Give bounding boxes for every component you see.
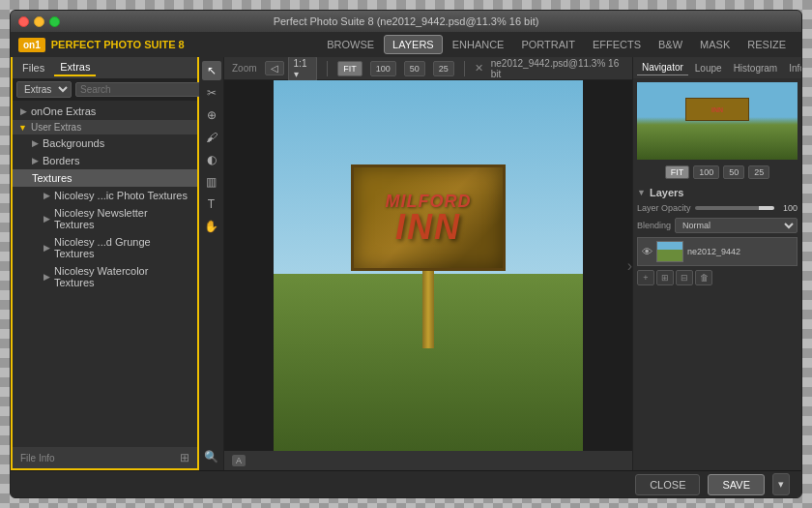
mask-tool[interactable]: ◐	[202, 150, 221, 169]
bottom-bar: CLOSE SAVE ▾	[11, 470, 801, 497]
tree-item-label: User Extras	[31, 122, 81, 133]
title-bar: Perfect Photo Suite 8 (ne2012_9442.psd@1…	[11, 11, 801, 32]
opacity-value: 100	[778, 203, 798, 213]
tab-layers[interactable]: LAYERS	[384, 35, 443, 54]
crop-tool[interactable]: ✂	[202, 83, 221, 103]
tree-item-watercolor-textures[interactable]: ▶ Nicolesy Watercolor Textures	[13, 262, 197, 291]
opacity-slider[interactable]	[695, 206, 774, 210]
gradient-tool[interactable]: ▥	[202, 172, 221, 192]
blending-label: Blending	[637, 221, 671, 230]
grid-icon[interactable]: ⊞	[180, 451, 189, 464]
tab-extras[interactable]: Extras	[54, 59, 96, 76]
zoom-back-btn[interactable]: ◁	[265, 61, 284, 75]
close-file-icon[interactable]: ✕	[475, 62, 483, 75]
canvas-image-container[interactable]: MILFORD INN ›	[224, 80, 632, 451]
fullscreen-traffic-light[interactable]	[49, 16, 60, 27]
text-tool[interactable]: T	[202, 194, 221, 214]
nav-100-btn[interactable]: 100	[693, 165, 719, 179]
canvas-badge: A	[232, 455, 246, 466]
layer-thumbnail	[656, 241, 683, 262]
sign-structure: MILFORD INN	[351, 164, 506, 348]
layer-item[interactable]: 👁 ne2012_9442	[637, 237, 798, 266]
vertical-toolbar: ↖ ✂ ⊕ 🖌 ◐ ▥ T ✋ 🔍	[199, 57, 224, 470]
close-traffic-light[interactable]	[18, 16, 29, 27]
tree-item-photo-textures[interactable]: ▶ Nicolesy ...ic Photo Textures	[13, 187, 197, 204]
layers-label: Layers	[650, 187, 683, 198]
search-input[interactable]	[75, 82, 208, 97]
tab-files[interactable]: Files	[16, 60, 50, 75]
zoom-25-btn[interactable]: 25	[433, 61, 454, 76]
pan-tool[interactable]: ✋	[202, 217, 221, 236]
canvas-right-arrow[interactable]: ›	[627, 257, 632, 275]
zoom-50-btn[interactable]: 50	[404, 61, 425, 76]
tab-mask[interactable]: MASK	[692, 36, 738, 53]
tree-item-borders[interactable]: ▶ Borders	[13, 152, 197, 169]
tab-navigator[interactable]: Navigator	[637, 60, 688, 75]
separator	[327, 61, 328, 76]
close-button[interactable]: CLOSE	[635, 474, 700, 495]
brand-logo: on1	[18, 38, 45, 52]
tree-item-label: Textures	[32, 172, 72, 184]
tab-resize[interactable]: RESIZE	[740, 36, 794, 53]
layer-add-btn[interactable]: +	[637, 270, 654, 285]
layers-collapse-icon[interactable]: ▼	[637, 188, 646, 197]
select-tool[interactable]: ↖	[202, 61, 221, 80]
canvas-image: MILFORD INN	[274, 80, 583, 451]
layer-group-btn[interactable]: ⊟	[676, 270, 693, 285]
layer-visibility-icon[interactable]: 👁	[642, 246, 652, 257]
zoom-100-btn[interactable]: 100	[370, 61, 396, 76]
file-name-label: ne2012_9442.psd@11.3% 16 bit	[491, 58, 624, 79]
save-options-btn[interactable]: ▾	[772, 473, 790, 495]
tab-loupe[interactable]: Loupe	[690, 61, 727, 75]
tab-histogram[interactable]: Histogram	[729, 61, 783, 75]
minimize-traffic-light[interactable]	[34, 16, 44, 27]
tree-item-onone-extras[interactable]: ▶ onOne Extras	[13, 103, 197, 120]
right-panel: Navigator Loupe Histogram Info INN FIT 1…	[632, 57, 801, 470]
top-nav: on1 PERFECT PHOTO SUITE 8 BROWSE LAYERS …	[11, 32, 801, 57]
tree-arrow-icon: ▶	[32, 156, 39, 165]
brush-tool[interactable]: 🖌	[202, 128, 221, 147]
nav-tabs: BROWSE LAYERS ENHANCE PORTRAIT EFFECTS B…	[319, 35, 794, 54]
layers-header: ▼ Layers	[637, 185, 798, 200]
left-panel-tabs: Files Extras	[13, 57, 197, 78]
brand-name: PERFECT PHOTO SUITE 8	[51, 39, 185, 50]
nav-fit-btn[interactable]: FIT	[665, 165, 690, 179]
layer-name: ne2012_9442	[687, 247, 793, 256]
zoom-value[interactable]: 1:1 ▾	[288, 57, 318, 81]
layer-actions: + ⊞ ⊟ 🗑	[637, 268, 798, 287]
fit-btn[interactable]: FIT	[337, 61, 362, 76]
tree-item-label: Nicolesy Watercolor Textures	[54, 265, 189, 288]
nav-25-btn[interactable]: 25	[748, 165, 769, 179]
navigator-preview: INN	[637, 82, 798, 160]
layer-delete-btn[interactable]: 🗑	[695, 270, 712, 285]
tab-bw[interactable]: B&W	[651, 36, 690, 53]
blending-select[interactable]: Normal	[675, 218, 798, 233]
extras-select[interactable]: Extras	[16, 81, 72, 98]
tree-section-user-extras[interactable]: ▼ User Extras	[13, 120, 197, 134]
file-info-label: File Info	[20, 453, 55, 463]
layer-duplicate-btn[interactable]: ⊞	[656, 270, 674, 285]
left-panel: Files Extras Extras ▶ onOne Extras ▼ Use…	[11, 57, 199, 470]
tab-browse[interactable]: BROWSE	[319, 36, 382, 53]
blending-row: Blending Normal	[637, 218, 798, 233]
tab-effects[interactable]: EFFECTS	[585, 36, 649, 53]
tab-portrait[interactable]: PORTRAIT	[513, 36, 582, 53]
left-panel-search: Extras	[13, 78, 197, 101]
transform-tool[interactable]: ⊕	[202, 105, 221, 125]
main-content: Files Extras Extras ▶ onOne Extras ▼ Use…	[11, 57, 801, 470]
tree-arrow-icon: ▶	[44, 272, 50, 282]
tree-item-backgrounds[interactable]: ▶ Backgrounds	[13, 134, 197, 152]
tree-item-label: Nicolesy Newsletter Textures	[54, 207, 189, 230]
canvas-area: Zoom ◁ 1:1 ▾ FIT 100 50 25 ✕ ne2012_9442…	[224, 57, 632, 470]
save-button[interactable]: SAVE	[708, 474, 765, 495]
tab-info[interactable]: Info	[784, 61, 801, 75]
right-panel-tabs: Navigator Loupe Histogram Info	[633, 57, 801, 78]
tree-item-grunge-textures[interactable]: ▶ Nicolesy ...d Grunge Textures	[13, 233, 197, 262]
tree-item-newsletter-textures[interactable]: ▶ Nicolesy Newsletter Textures	[13, 204, 197, 233]
left-panel-footer[interactable]: File Info ⊞	[13, 447, 197, 468]
tree-item-textures[interactable]: Textures	[13, 169, 197, 187]
tab-enhance[interactable]: ENHANCE	[445, 36, 512, 53]
nav-50-btn[interactable]: 50	[723, 165, 744, 179]
tree-arrow-icon: ▶	[20, 106, 27, 116]
zoom-tool[interactable]: 🔍	[202, 447, 221, 466]
